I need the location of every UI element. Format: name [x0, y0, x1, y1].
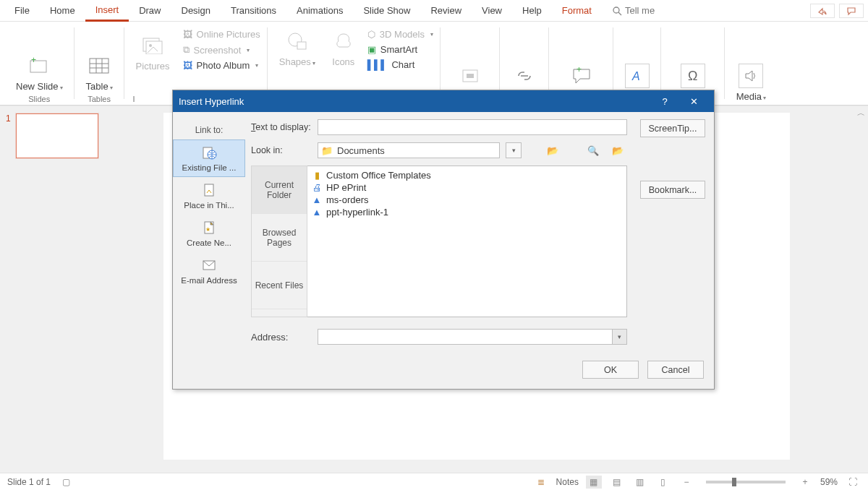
share-icon [817, 6, 827, 16]
media-button[interactable]: Media▾ [732, 62, 770, 103]
group-slides: + New Slide▾ Slides [4, 22, 75, 105]
tab-home[interactable]: Home [40, 1, 85, 20]
tab-transitions[interactable]: Transitions [221, 1, 286, 20]
icons-button[interactable]: Icons [327, 27, 360, 69]
linkto-create-new[interactable]: ★ Create Ne... [173, 215, 245, 252]
tab-current-folder[interactable]: Current Folder [252, 166, 307, 214]
slide-sorter-view-button[interactable]: ▤ [609, 476, 625, 489]
tab-animations[interactable]: Animations [286, 1, 353, 20]
smartart-button[interactable]: ▣SmartArt [367, 44, 417, 55]
cancel-button[interactable]: Cancel [647, 361, 704, 379]
collapse-ribbon-button[interactable]: ︿ [857, 108, 865, 119]
spellcheck-icon[interactable]: ▢ [58, 476, 74, 489]
zoom-slider[interactable] [706, 481, 786, 483]
up-one-level-button[interactable]: 📂 [543, 142, 562, 158]
tab-design[interactable]: Design [171, 1, 221, 20]
notes-icon: ≣ [537, 477, 545, 487]
address-combo[interactable]: ▾ [318, 329, 627, 345]
link-icon [512, 64, 537, 88]
3d-models-button[interactable]: ⬡3D Models▾ [367, 29, 433, 40]
printer-icon: 🖨 [312, 183, 322, 193]
cube-icon: ⬡ [367, 29, 375, 40]
folder-up-icon: 📂 [547, 145, 558, 156]
chart-button[interactable]: ▌▌▌Chart [367, 59, 414, 70]
comments-button[interactable] [839, 4, 864, 18]
file-item[interactable]: ▮Custom Office Templates [309, 169, 625, 181]
linkto-existing-file[interactable]: Existing File ... [173, 139, 245, 177]
pictures-label: Pictures [136, 61, 170, 72]
file-item[interactable]: ▲ms-orders [309, 194, 625, 206]
file-item[interactable]: 🖨HP ePrint [309, 181, 625, 194]
shapes-button[interactable]: Shapes▾ [275, 27, 320, 69]
status-bar: Slide 1 of 1 ▢ ≣ Notes ▦ ▤ ▥ ▯ − + 59% ⛶ [0, 473, 868, 490]
file-item[interactable]: ▲ppt-hyperlink-1 [309, 206, 625, 218]
tab-review[interactable]: Review [420, 1, 472, 20]
tab-file[interactable]: File [4, 1, 40, 20]
tab-draw[interactable]: Draw [129, 1, 171, 20]
photo-album-button[interactable]: 🖼Photo Album▾ [183, 60, 259, 71]
images-group-label: I [133, 95, 135, 103]
dialog-close-button[interactable]: ✕ [679, 96, 708, 107]
tab-format[interactable]: Format [552, 1, 602, 20]
slideshow-view-button[interactable]: ▯ [655, 476, 671, 489]
dialog-help-button[interactable]: ? [650, 96, 679, 107]
dialog-title: Insert Hyperlink [179, 96, 244, 107]
shapes-icon [285, 29, 310, 53]
text-to-display-input[interactable] [318, 119, 627, 135]
svg-line-1 [618, 12, 621, 15]
browse-web-button[interactable]: 🔍 [584, 142, 603, 158]
tab-slide-show[interactable]: Slide Show [353, 1, 420, 20]
screenshot-button[interactable]: ⧉Screenshot▾ [183, 44, 250, 56]
dialog-footer: OK Cancel [173, 353, 714, 389]
fit-to-window-button[interactable]: ⛶ [845, 476, 861, 489]
address-input[interactable] [318, 330, 612, 344]
reading-view-button[interactable]: ▥ [632, 476, 648, 489]
bookmark-button[interactable]: Bookmark... [640, 181, 705, 199]
notes-label[interactable]: Notes [556, 477, 579, 487]
pictures-button[interactable]: Pictures [132, 32, 174, 73]
photo-album-icon: 🖼 [183, 60, 192, 71]
tab-help[interactable]: Help [512, 1, 552, 20]
dialog-side-buttons: ScreenTip... Bookmark... [640, 119, 705, 345]
file-list[interactable]: ▮Custom Office Templates 🖨HP ePrint ▲ms-… [307, 166, 627, 317]
link-to-panel: Link to: Existing File ... Place in Thi.… [173, 119, 245, 345]
online-pictures-button[interactable]: 🖼Online Pictures [183, 29, 260, 40]
tell-me-search[interactable]: Tell me [602, 1, 665, 20]
ok-button[interactable]: OK [582, 361, 639, 379]
linkto-place-in-document[interactable]: Place in Thi... [173, 177, 245, 215]
look-in-label: Look in: [251, 145, 312, 155]
omega-icon: Ω [681, 64, 705, 88]
tab-browsed-pages[interactable]: Browsed Pages [252, 214, 307, 262]
normal-view-button[interactable]: ▦ [586, 476, 602, 489]
tab-recent-files[interactable]: Recent Files [252, 262, 307, 309]
dialog-titlebar[interactable]: Insert Hyperlink ? ✕ [173, 90, 714, 112]
new-slide-icon: + [27, 53, 51, 78]
browse-file-button[interactable]: 📂 [608, 142, 627, 158]
slide-counter: Slide 1 of 1 [7, 477, 51, 487]
open-folder-icon: 📂 [612, 145, 624, 156]
zoom-level[interactable]: 59% [820, 477, 838, 487]
share-button[interactable] [810, 4, 835, 18]
icons-label: Icons [332, 56, 354, 67]
look-in-dropdown-button[interactable]: ▾ [506, 142, 522, 158]
new-slide-button[interactable]: + New Slide▾ [12, 52, 67, 93]
shapes-label: Shapes▾ [279, 56, 315, 67]
look-in-combo[interactable]: 📁 Documents [318, 142, 500, 158]
zoom-out-button[interactable]: − [678, 476, 694, 489]
table-button[interactable]: Table▾ [82, 52, 117, 93]
zoom-slider-knob[interactable] [732, 478, 736, 486]
zoom-in-button[interactable]: + [797, 476, 813, 489]
online-pictures-icon: 🖼 [183, 29, 192, 40]
folder-icon: ▮ [312, 171, 322, 181]
svg-rect-13 [297, 42, 306, 49]
address-dropdown-button[interactable]: ▾ [612, 330, 626, 344]
tab-view[interactable]: View [472, 1, 512, 20]
media-label: Media▾ [736, 91, 766, 102]
notes-button[interactable]: ≣ [533, 476, 549, 489]
svg-text:★: ★ [205, 226, 210, 233]
linkto-email-address[interactable]: E-mail Address [173, 252, 245, 290]
chart-icon: ▌▌▌ [367, 59, 388, 70]
slide-thumbnail-1[interactable] [16, 113, 98, 158]
screentip-button[interactable]: ScreenTip... [640, 119, 705, 137]
tab-insert[interactable]: Insert [85, 0, 129, 22]
